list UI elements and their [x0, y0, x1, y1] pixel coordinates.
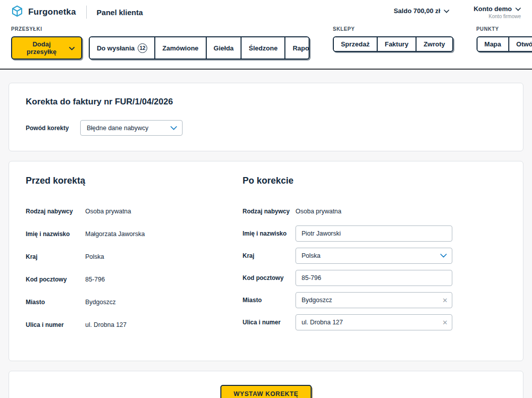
furgonetka-logo-icon: [11, 5, 23, 19]
account-dropdown[interactable]: Konto demo Konto firmowe: [474, 5, 521, 19]
ordered-button[interactable]: Zamówione: [154, 37, 206, 59]
chevron-down-icon: [170, 125, 177, 132]
field-value: 85-796: [85, 276, 105, 283]
chevron-down-icon: [515, 5, 521, 13]
balance-dropdown[interactable]: Saldo 700,00 zł: [394, 5, 450, 15]
field-label: Miasto: [243, 297, 295, 304]
returns-button[interactable]: Zwroty: [416, 37, 452, 51]
before-row-postcode: Kod pocztowy 85-796: [26, 271, 243, 288]
to-send-button[interactable]: Do wysłania 12: [90, 37, 154, 59]
main-content: Korekta do faktury nr FUR/1/04/2026 Powó…: [0, 70, 532, 398]
top-bar: Furgonetka Panel klienta Saldo 700,00 zł…: [0, 0, 532, 22]
field-value: Małgorzata Jaworska: [85, 231, 145, 238]
exchange-button[interactable]: Giełda: [206, 37, 241, 59]
balance-label: Saldo 700,00 zł: [394, 7, 441, 15]
shops-button-group: Sprzedaż Faktury Zwroty: [333, 36, 453, 52]
postcode-input[interactable]: [295, 270, 452, 286]
after-correction-column: Po korekcie Rodzaj nabywcy Osoba prywatn…: [243, 176, 506, 339]
nav-group-label-shipments: PRZESYŁKI: [11, 26, 310, 32]
points-button-group: Mapa Otwórz Punkt: [477, 36, 532, 52]
name-input[interactable]: [295, 225, 452, 242]
after-row-postcode: Kod pocztowy: [243, 270, 506, 286]
brand-area: Furgonetka Panel klienta: [11, 5, 143, 19]
to-send-count-badge: 12: [138, 43, 147, 53]
add-shipment-button[interactable]: Dodaj przesyłkę: [11, 36, 82, 60]
clear-street-icon[interactable]: ✕: [442, 319, 448, 326]
after-row-name: Imię i nazwisko: [243, 225, 506, 242]
reason-selected-value: Błędne dane nabywcy: [87, 125, 148, 132]
nav-group-points: PUNKTY Mapa Otwórz Punkt: [477, 26, 532, 60]
country-select[interactable]: Polska: [295, 248, 452, 264]
city-input[interactable]: [295, 292, 452, 308]
field-value: Osoba prywatna: [295, 208, 341, 215]
brand-name: Furgonetka: [28, 7, 76, 17]
brand-divider: [86, 6, 87, 19]
field-value: Osoba prywatna: [85, 208, 131, 215]
before-row-name: Imię i nazwisko Małgorzata Jaworska: [26, 226, 243, 242]
nav-group-shops: SKLEPY Sprzedaż Faktury Zwroty: [333, 26, 453, 60]
nav-group-label-points: PUNKTY: [477, 26, 532, 32]
correction-title: Korekta do faktury nr FUR/1/04/2026: [26, 97, 506, 107]
reason-label: Powód korekty: [26, 125, 80, 132]
to-send-label: Do wysłania: [97, 44, 135, 52]
before-row-street: Ulica i numer ul. Drobna 127: [26, 317, 243, 333]
field-label: Kraj: [243, 252, 295, 259]
after-title: Po korekcie: [243, 176, 506, 186]
submit-card: WYSTAW KOREKTĘ: [9, 371, 523, 398]
chevron-down-icon: [69, 44, 75, 52]
correction-reason-select[interactable]: Błędne dane nabywcy: [80, 120, 183, 136]
after-row-city: Miasto ✕: [243, 292, 506, 308]
field-label: Kod pocztowy: [243, 274, 295, 281]
sales-button[interactable]: Sprzedaż: [334, 37, 377, 51]
comparison-card: Przed korektą Rodzaj nabywcy Osoba prywa…: [9, 161, 523, 361]
field-value: Bydgoszcz: [85, 299, 115, 306]
shipments-button-group: Do wysłania 12 Zamówione Giełda Śledzone…: [89, 36, 310, 60]
account-type-label: Konto firmowe: [489, 14, 521, 19]
reports-button[interactable]: Raporty: [284, 37, 309, 59]
clear-city-icon[interactable]: ✕: [442, 297, 448, 304]
field-value: Polska: [85, 253, 104, 260]
after-row-buyer-type: Rodzaj nabywcy Osoba prywatna: [243, 203, 506, 219]
correction-header-card: Korekta do faktury nr FUR/1/04/2026 Powó…: [9, 83, 523, 151]
field-label: Imię i nazwisko: [243, 230, 295, 237]
field-label: Kod pocztowy: [26, 276, 85, 283]
field-label: Ulica i numer: [243, 319, 295, 326]
after-row-country: Kraj Polska: [243, 248, 506, 264]
field-label: Miasto: [26, 299, 85, 306]
open-point-button[interactable]: Otwórz Punkt: [508, 37, 532, 51]
before-correction-column: Przed korektą Rodzaj nabywcy Osoba prywa…: [26, 176, 243, 339]
before-title: Przed korektą: [26, 176, 243, 186]
nav-group-label-shops: SKLEPY: [333, 26, 453, 32]
main-navigation: PRZESYŁKI Dodaj przesyłkę Do wysłania 12…: [0, 22, 532, 70]
before-row-city: Miasto Bydgoszcz: [26, 294, 243, 310]
after-row-street: Ulica i numer ✕: [243, 314, 506, 330]
panel-title: Panel klienta: [97, 8, 143, 17]
before-row-buyer-type: Rodzaj nabywcy Osoba prywatna: [26, 203, 243, 219]
nav-group-shipments: PRZESYŁKI Dodaj przesyłkę Do wysłania 12…: [11, 26, 310, 60]
issue-correction-button[interactable]: WYSTAW KOREKTĘ: [220, 385, 311, 398]
field-value: ul. Drobna 127: [85, 321, 127, 328]
chevron-down-icon: [440, 252, 447, 259]
country-selected-value: Polska: [302, 252, 321, 259]
street-input[interactable]: [295, 314, 452, 330]
tracked-button[interactable]: Śledzone: [241, 37, 284, 59]
map-button[interactable]: Mapa: [478, 37, 508, 51]
add-shipment-label: Dodaj przesyłkę: [19, 40, 65, 55]
field-label: Imię i nazwisko: [26, 231, 85, 238]
field-label: Rodzaj nabywcy: [26, 208, 85, 215]
chevron-down-icon: [444, 7, 449, 15]
invoices-button[interactable]: Faktury: [377, 37, 416, 51]
field-label: Rodzaj nabywcy: [243, 208, 295, 215]
account-name: Konto demo: [474, 5, 512, 13]
field-label: Ulica i numer: [26, 321, 85, 328]
before-row-country: Kraj Polska: [26, 249, 243, 265]
field-label: Kraj: [26, 253, 85, 260]
